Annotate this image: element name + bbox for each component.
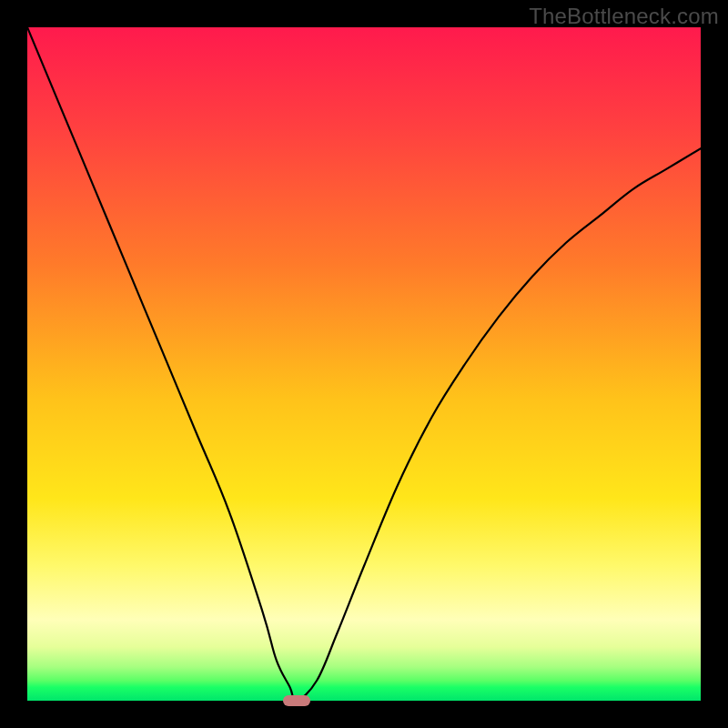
optimal-point-marker	[283, 695, 310, 706]
bottleneck-curve	[27, 27, 701, 701]
chart-frame: TheBottleneck.com	[0, 0, 728, 728]
plot-area	[27, 27, 701, 701]
curve-svg	[27, 27, 701, 701]
watermark-text: TheBottleneck.com	[529, 4, 719, 29]
